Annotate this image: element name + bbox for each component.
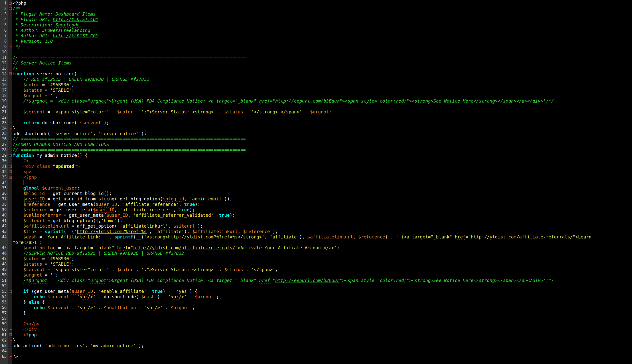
line-number[interactable]: 34 (0, 180, 9, 185)
code-text[interactable]: $status = 'STABLE'; (12, 88, 74, 93)
line-number[interactable]: 14 (0, 71, 9, 76)
code-text[interactable]: * Description: Shortcode. (12, 22, 82, 28)
line-number[interactable]: 25 (0, 131, 9, 136)
line-number[interactable]: 16 (0, 82, 9, 88)
code-text[interactable]: $referrer = get_user_meta($user_ID, 'aff… (12, 207, 195, 212)
line-number[interactable]: 22 (0, 115, 9, 120)
fold-margin-cell[interactable] (9, 332, 12, 338)
code-text[interactable]: <?php (12, 332, 37, 338)
line-number[interactable]: 19 (0, 98, 9, 104)
line-number[interactable]: 59 (0, 321, 9, 327)
fold-margin-cell[interactable] (9, 164, 12, 169)
code-text[interactable]: ?> (12, 354, 18, 359)
code-text[interactable]: } (12, 338, 15, 343)
line-number[interactable]: 58 (0, 316, 9, 321)
line-number[interactable]: 7 (0, 33, 9, 38)
line-number[interactable]: 52 (0, 283, 9, 289)
line-number[interactable]: 49 (0, 267, 9, 272)
line-number[interactable]: 1 (0, 0, 9, 6)
line-number[interactable]: 43 (0, 229, 9, 234)
line-number[interactable]: 55 (0, 300, 9, 305)
line-number[interactable]: 30 (0, 158, 9, 164)
line-number[interactable]: 27 (0, 142, 9, 147)
code-text[interactable]: $user_ID = get_user_id_from_string( get_… (12, 196, 232, 202)
code-text[interactable]: } (12, 310, 26, 316)
line-number[interactable] (0, 240, 9, 245)
line-number[interactable]: 23 (0, 120, 9, 126)
line-number[interactable]: 13 (0, 66, 9, 71)
code-text[interactable]: $siteurl = get_blog_option(1,'home'); (12, 218, 122, 224)
line-number[interactable]: 9 (0, 44, 9, 50)
code-text[interactable]: $reference = get_user_meta($user_ID, 'af… (12, 202, 200, 207)
line-number[interactable]: 28 (0, 147, 9, 153)
fold-collapse-icon[interactable] (9, 72, 12, 75)
line-number[interactable]: 33 (0, 174, 9, 180)
code-text[interactable]: // =====================================… (12, 147, 246, 153)
line-number[interactable]: 20 (0, 104, 9, 109)
line-number[interactable]: 21 (0, 109, 9, 115)
code-text[interactable]: return do_shortcode( $servnot ); (12, 120, 109, 126)
line-number[interactable]: 5 (0, 22, 9, 28)
line-number[interactable]: 12 (0, 60, 9, 66)
code-text[interactable]: $urgnot = ''; (12, 93, 58, 98)
line-number[interactable]: 46 (0, 250, 9, 256)
code-text[interactable] (12, 104, 13, 109)
code-text[interactable]: * Version: 1.0 (12, 38, 53, 44)
fold-margin-cell[interactable] (9, 153, 12, 158)
code-text[interactable]: /** (12, 6, 21, 11)
code-text[interactable]: More</a>)'; (12, 240, 42, 245)
line-number[interactable]: 39 (0, 207, 9, 212)
line-number[interactable]: 35 (0, 185, 9, 191)
line-number[interactable]: 40 (0, 212, 9, 218)
code-text[interactable]: /*$urgnot = '<div class="urgnot">Urgent … (12, 98, 554, 104)
code-text[interactable]: } else { (12, 300, 45, 305)
line-number[interactable]: 2 (0, 6, 9, 11)
code-text[interactable]: /*$urgnot = '<div class="urgnot">Urgent … (12, 278, 554, 283)
code-text[interactable]: <p> (12, 169, 32, 174)
code-text[interactable]: //ADMIN HEADER NOTICES AND FUNCTIONS (12, 142, 109, 147)
line-number[interactable]: 37 (0, 196, 9, 202)
code-text[interactable] (12, 348, 13, 354)
line-number[interactable]: 38 (0, 202, 9, 207)
code-text[interactable] (12, 50, 13, 55)
code-text[interactable]: $color = '#9AB930'; (12, 256, 74, 262)
line-number[interactable]: 10 (0, 50, 9, 55)
code-text[interactable]: function my_admin_notice() { (12, 153, 88, 158)
line-number[interactable]: 15 (0, 76, 9, 82)
code-text[interactable]: //SERVER NOTICE RED=#f12525 | GREEN=#9AB… (12, 250, 184, 256)
fold-collapse-icon[interactable] (9, 7, 12, 10)
line-number[interactable]: 65 (0, 354, 9, 359)
fold-margin-cell[interactable] (9, 6, 12, 11)
line-number[interactable]: 44 (0, 234, 9, 240)
code-text[interactable]: $dash = 'Your Affiliate Link: ' . sprint… (12, 234, 591, 240)
line-number[interactable]: 31 (0, 164, 9, 169)
code-text[interactable]: $blog_id = get_current_blog_id(); (12, 191, 112, 196)
fold-collapse-icon[interactable] (9, 2, 12, 5)
line-number[interactable]: 6 (0, 28, 9, 33)
line-number[interactable]: 50 (0, 272, 9, 278)
code-text[interactable]: $color = '#9AB930'; (12, 82, 74, 88)
fold-collapse-icon[interactable] (9, 333, 12, 336)
line-number[interactable]: 29 (0, 153, 9, 158)
code-text[interactable] (12, 115, 13, 120)
line-number[interactable]: 4 (0, 17, 9, 22)
code-text[interactable]: add_shortcode( 'server-notice', 'server_… (12, 131, 147, 136)
line-number[interactable]: 54 (0, 294, 9, 300)
code-text[interactable] (12, 283, 13, 289)
fold-margin-cell[interactable] (9, 174, 12, 180)
fold-collapse-icon[interactable] (9, 176, 12, 179)
code-text[interactable] (12, 180, 13, 185)
line-number[interactable]: 8 (0, 38, 9, 44)
code-text[interactable]: * Plugin URI: http://YLDIST.COM (12, 17, 98, 22)
line-number[interactable]: 62 (0, 338, 9, 343)
code-text[interactable]: * Author: JPowersFreelancing (12, 28, 90, 33)
line-number[interactable]: 57 (0, 310, 9, 316)
code-text[interactable]: <?php (12, 174, 37, 180)
code-text[interactable]: // =====================================… (12, 55, 246, 60)
line-number[interactable]: 63 (0, 343, 9, 348)
line-number[interactable]: 11 (0, 55, 9, 60)
line-number[interactable]: 45 (0, 245, 9, 250)
code-text[interactable]: $noaffbutton = '<a target="_blank" href=… (12, 245, 339, 250)
line-number[interactable]: 32 (0, 169, 9, 174)
line-number[interactable]: 42 (0, 224, 9, 229)
